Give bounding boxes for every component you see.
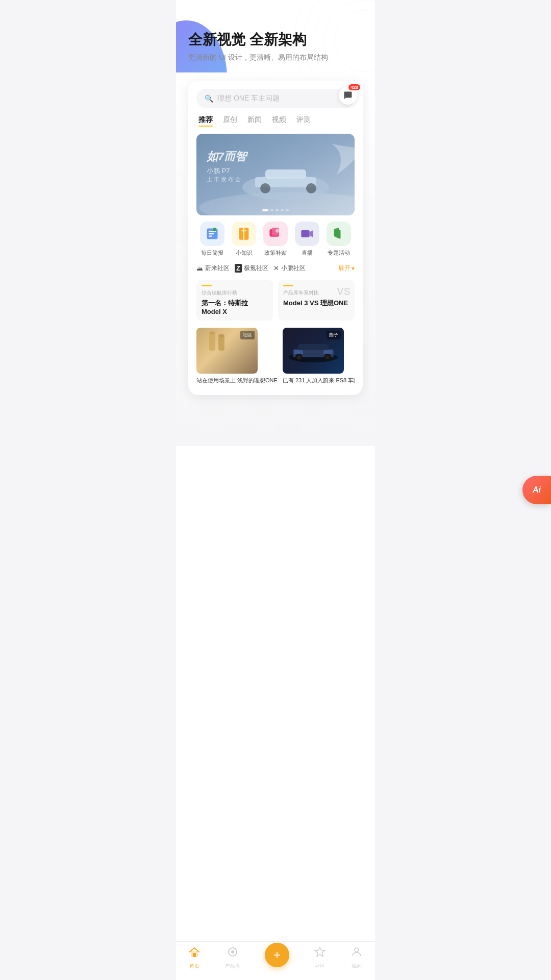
- svg-point-11: [306, 183, 316, 193]
- ranking-card-compare[interactable]: 产品库车系对比 Model 3 VS 理想ONE VS: [278, 280, 355, 321]
- svg-rect-14: [209, 233, 214, 234]
- quick-item-policy[interactable]: 政策补贴: [263, 222, 288, 257]
- policy-icon: [263, 222, 288, 246]
- chevron-down-icon: ▾: [352, 265, 355, 272]
- tab-recommended[interactable]: 推荐: [198, 115, 213, 127]
- message-button[interactable]: 428: [337, 85, 359, 106]
- content-img-1: 社区: [196, 328, 258, 374]
- bottom-navigation: 首页 产品库 + 社区: [176, 941, 375, 980]
- dot-5: [286, 209, 289, 211]
- svg-point-32: [297, 355, 301, 359]
- svg-rect-23: [339, 230, 341, 238]
- tab-news[interactable]: 新闻: [247, 115, 262, 127]
- quick-item-activity[interactable]: 专题活动: [327, 222, 351, 257]
- community-tag-nio[interactable]: ⛰ 蔚来社区: [196, 264, 230, 273]
- banner-event: 上 市 发 布 会: [207, 176, 246, 183]
- svg-point-10: [260, 183, 270, 193]
- ranking-title-1: 第一名：特斯拉 Model X: [202, 299, 268, 315]
- nio-label: 蔚来社区: [205, 264, 230, 273]
- products-icon: [227, 946, 239, 961]
- nav-community[interactable]: 社区: [314, 946, 326, 970]
- quick-label-knowledge: 小知识: [236, 249, 253, 257]
- content-tag-1: 社区: [240, 331, 255, 339]
- page: 全新视觉 全新架构 更清新的 UI 设计，更清晰、易用的布局结构 🔍 理想 ON…: [176, 0, 375, 980]
- svg-marker-49: [315, 947, 325, 957]
- svg-rect-18: [244, 230, 246, 231]
- community-icon: [314, 946, 326, 961]
- svg-rect-30: [298, 344, 329, 350]
- hero-subtitle: 更清新的 UI 设计，更清晰、易用的布局结构: [188, 53, 363, 62]
- content-img-2: 圈子: [283, 328, 344, 374]
- profile-icon: [350, 946, 363, 961]
- nav-community-label: 社区: [315, 963, 325, 970]
- banner-dots: [262, 209, 289, 211]
- app-card: 🔍 理想 ONE 车主问题 428 推荐 原创 新闻 视频: [188, 81, 363, 395]
- svg-rect-25: [218, 335, 224, 351]
- daily-report-icon: [200, 222, 224, 246]
- svg-rect-35: [294, 350, 303, 354]
- svg-point-50: [355, 948, 359, 952]
- search-bar[interactable]: 🔍 理想 ONE 车主问题: [196, 89, 355, 108]
- ranking-type-1: 综合续航排行榜: [202, 289, 268, 297]
- quick-item-live[interactable]: 直播: [295, 222, 319, 257]
- add-button[interactable]: +: [265, 943, 289, 967]
- svg-point-27: [218, 334, 224, 337]
- add-icon: +: [273, 949, 281, 961]
- activity-icon: [327, 222, 351, 246]
- hero-title: 全新视觉 全新架构: [188, 31, 363, 49]
- nio-icon: ⛰: [196, 264, 203, 272]
- nav-products[interactable]: 产品库: [225, 946, 240, 970]
- quick-label-daily: 每日简报: [201, 249, 223, 257]
- home-icon: [188, 946, 201, 961]
- tab-bar: 推荐 原创 新闻 视频 评测: [196, 115, 355, 127]
- expand-label: 展开: [338, 264, 350, 273]
- community-tag-xpeng[interactable]: ✕ 小鹏社区: [273, 264, 306, 273]
- svg-rect-46: [193, 953, 196, 957]
- nav-products-label: 产品库: [225, 963, 240, 970]
- svg-point-34: [325, 355, 330, 359]
- quick-label-activity: 专题活动: [328, 249, 350, 257]
- quick-item-daily[interactable]: 每日简报: [200, 222, 224, 257]
- svg-rect-9: [265, 169, 306, 179]
- community-tag-zeekr[interactable]: Z 极氪社区: [235, 264, 268, 273]
- dot-2: [270, 209, 273, 211]
- ranking-cards: 综合续航排行榜 第一名：特斯拉 Model X 产品库车系对比 Model 3 …: [196, 280, 355, 321]
- ranking-card-range[interactable]: 综合续航排行榜 第一名：特斯拉 Model X: [196, 280, 273, 321]
- svg-rect-15: [209, 236, 212, 237]
- svg-rect-16: [213, 228, 216, 232]
- content-card-1[interactable]: 社区 站在使用场景上 浅野的理想ONE: [196, 328, 278, 384]
- knowledge-icon: [232, 222, 256, 246]
- zeekr-icon: Z: [235, 264, 242, 273]
- quick-label-live: 直播: [302, 249, 313, 257]
- nav-profile[interactable]: 我的: [350, 946, 363, 970]
- xpeng-label: 小鹏社区: [281, 264, 306, 273]
- content-desc-2: 已有 231 人加入蔚来 ES8 车圈: [283, 377, 355, 384]
- vs-icon: VS: [337, 286, 350, 298]
- live-icon: [295, 222, 319, 246]
- nav-add[interactable]: +: [265, 949, 289, 967]
- dot-4: [281, 209, 284, 211]
- tab-original[interactable]: 原创: [223, 115, 237, 127]
- hero-banner[interactable]: 如7而智 小鹏 P7 上 市 发 布 会: [196, 134, 355, 215]
- quick-item-knowledge[interactable]: 小知识: [232, 222, 256, 257]
- banner-text: 如7而智 小鹏 P7 上 市 发 布 会: [207, 149, 246, 183]
- expand-button[interactable]: 展开 ▾: [338, 264, 355, 273]
- svg-rect-17: [241, 230, 243, 231]
- ranking-indicator-1: [202, 285, 212, 286]
- content-card-2[interactable]: 圈子 已有 231 人加入蔚来 ES: [283, 328, 355, 384]
- content-desc-1: 站在使用场景上 浅野的理想ONE: [196, 377, 278, 384]
- xpeng-icon: ✕: [273, 264, 279, 272]
- content-cards: 社区 站在使用场景上 浅野的理想ONE 圈子: [196, 328, 355, 384]
- tab-video[interactable]: 视频: [272, 115, 286, 127]
- svg-point-21: [276, 229, 279, 233]
- svg-rect-36: [323, 350, 333, 354]
- community-tags: ⛰ 蔚来社区 Z 极氪社区 ✕ 小鹏社区 展开 ▾: [196, 264, 355, 273]
- message-icon: 428: [339, 86, 357, 105]
- nav-profile-label: 我的: [352, 963, 362, 970]
- tab-review[interactable]: 评测: [296, 115, 311, 127]
- search-placeholder: 理想 ONE 车主问题: [217, 94, 346, 103]
- svg-point-48: [231, 950, 234, 953]
- search-icon: 🔍: [205, 94, 213, 103]
- ranking-title-2: Model 3 VS 理想ONE: [283, 299, 349, 308]
- nav-home[interactable]: 首页: [188, 946, 201, 970]
